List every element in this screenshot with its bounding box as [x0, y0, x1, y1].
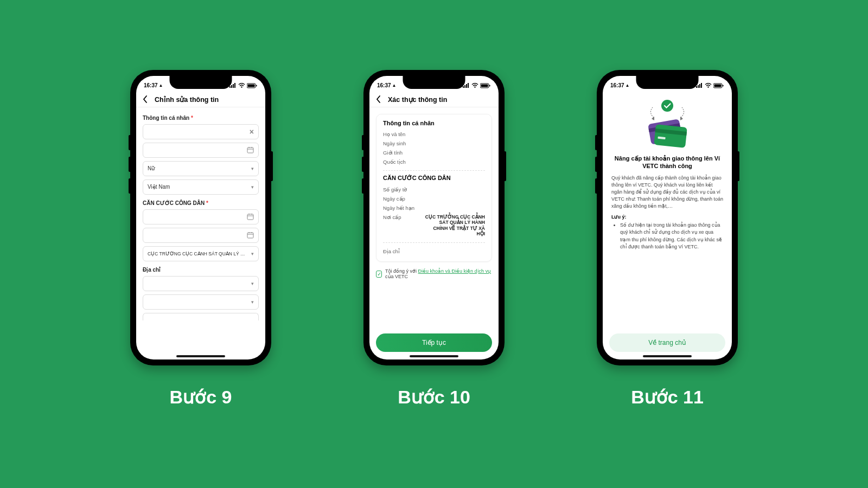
screen-edit-info: 16:37 ▲ Chỉnh sửa thông tin Thông tin cá… [136, 76, 265, 359]
terms-link[interactable]: Điều khoản và Điều kiện dịch vụ [418, 268, 492, 274]
section-personal: Thông tin cá nhân * [143, 115, 259, 121]
svg-rect-6 [248, 84, 255, 87]
svg-rect-41 [654, 124, 687, 148]
row-nat: Quốc tịch [383, 157, 485, 166]
row-name: Họ và tên [383, 130, 485, 139]
note-list: Số dư hiện tại trong tài khoản giao thôn… [611, 222, 723, 250]
chevron-down-icon: ▾ [251, 184, 254, 190]
status-time: 16:37 [610, 82, 624, 88]
address-select-1[interactable]: ▾ [143, 276, 259, 291]
home-indicator[interactable] [176, 355, 225, 357]
svg-rect-16 [247, 233, 253, 238]
divider [383, 242, 485, 243]
agree-post: của VETC [385, 274, 408, 279]
label-idno: Số giấy tờ [383, 187, 407, 192]
clear-icon[interactable]: × [250, 127, 254, 136]
id-issue-date-input[interactable] [143, 209, 259, 224]
value-place: CỤC TRƯỞNG CỤC CẢNH SÁT QUẢN LÝ HÀNH CHÍ… [424, 214, 485, 237]
chevron-down-icon: ▾ [251, 281, 254, 286]
continue-button[interactable]: Tiếp tục [376, 333, 492, 352]
home-indicator[interactable] [643, 355, 692, 357]
status-time: 16:37 [377, 82, 391, 88]
verify-content: Thông tin cá nhân Họ và tên Ngày sinh Gi… [369, 107, 499, 359]
screen-success: 16:37 ▲ [603, 76, 732, 359]
svg-rect-21 [464, 85, 465, 88]
success-body: Quý khách đã nâng cấp thành công tài kho… [611, 175, 723, 210]
agree-row: ✓ Tôi đồng ý với Điều khoản và Điều kiện… [376, 268, 492, 279]
label-nat: Quốc tịch [383, 159, 406, 165]
calendar-icon [247, 213, 254, 220]
row-dob: Ngày sinh [383, 139, 485, 148]
svg-point-4 [241, 86, 242, 87]
card-personal-heading: Thông tin cá nhân [383, 120, 485, 126]
svg-rect-3 [234, 83, 235, 88]
chevron-down-icon: ▾ [251, 251, 254, 256]
page-title: Chỉnh sửa thông tin [155, 95, 219, 104]
back-icon[interactable] [376, 95, 384, 103]
row-place: Nơi cấpCỤC TRƯỞNG CỤC CẢNH SÁT QUẢN LÝ H… [383, 213, 485, 239]
svg-rect-2 [233, 84, 234, 88]
svg-rect-20 [463, 86, 464, 88]
notch [636, 76, 699, 89]
section-id: CĂN CƯỚC CÔNG DÂN * [143, 200, 259, 206]
phone-step-9: 16:37 ▲ Chỉnh sửa thông tin Thông tin cá… [130, 70, 271, 365]
chevron-down-icon: ▾ [251, 166, 254, 171]
section-personal-label: Thông tin cá nhân [143, 115, 189, 121]
verify-card: Thông tin cá nhân Họ và tên Ngày sinh Gi… [376, 114, 492, 262]
label-gender: Giới tính [383, 150, 403, 156]
agree-checkbox[interactable]: ✓ [376, 271, 382, 278]
nav-header: Xác thực thông tin [369, 92, 499, 107]
gender-select[interactable]: Nữ ▾ [143, 161, 259, 176]
success-content: Nâng cấp tài khoản giao thông lên Ví VET… [603, 92, 732, 255]
svg-point-32 [707, 86, 709, 87]
address-select-3[interactable] [143, 313, 259, 320]
notch [403, 76, 465, 89]
row-idno: Số giấy tờ [383, 185, 485, 194]
row-gender: Giới tính [383, 148, 485, 157]
wifi-icon [705, 83, 712, 88]
svg-rect-0 [229, 86, 231, 88]
issuer-select[interactable]: CỤC TRƯỞNG CỤC CẢNH SÁT QUẢN LÝ HÀNH ▾ [143, 246, 259, 261]
back-icon[interactable] [143, 95, 150, 103]
user-icon: ▲ [626, 83, 630, 88]
svg-rect-34 [714, 84, 722, 87]
name-input[interactable]: × [143, 124, 259, 139]
wifi-icon [238, 83, 245, 88]
status-time: 16:37 [144, 82, 158, 88]
svg-rect-7 [256, 85, 257, 86]
section-address: Địa chỉ [143, 267, 259, 273]
home-indicator[interactable] [410, 355, 458, 357]
row-exp: Ngày hết hạn [383, 203, 485, 213]
dob-input[interactable] [143, 143, 259, 158]
user-icon: ▲ [159, 83, 163, 88]
success-title: Nâng cấp tài khoản giao thông lên Ví VET… [611, 155, 723, 171]
divider [383, 170, 485, 171]
svg-rect-29 [698, 85, 699, 88]
row-issue: Ngày cấp [383, 194, 485, 203]
step-label-9: Bước 9 [130, 386, 271, 408]
svg-point-24 [474, 86, 475, 87]
wifi-icon [471, 83, 478, 88]
required-mark: * [206, 200, 208, 206]
phone-step-10: 16:37 ▲ Xác thực thông tin Thông tin cá … [363, 70, 505, 365]
gender-value: Nữ [148, 165, 155, 171]
calendar-icon [247, 146, 254, 153]
page-title: Xác thực thông tin [388, 95, 447, 104]
step-label-11: Bước 11 [597, 386, 738, 408]
svg-rect-22 [466, 84, 467, 88]
section-id-label: CĂN CƯỚC CÔNG DÂN [143, 200, 205, 206]
nationality-select[interactable]: Việt Nam ▾ [143, 179, 259, 195]
row-addr: Địa chỉ [383, 247, 485, 256]
success-illustration [637, 99, 697, 150]
home-button[interactable]: Về trang chủ [609, 333, 725, 352]
address-select-2[interactable]: ▾ [143, 294, 259, 310]
svg-rect-8 [247, 147, 253, 153]
card-id-heading: CĂN CƯỚC CÔNG DÂN [383, 175, 485, 182]
svg-rect-1 [231, 85, 232, 88]
screen-verify-info: 16:37 ▲ Xác thực thông tin Thông tin cá … [369, 76, 499, 359]
phone-step-11: 16:37 ▲ [597, 70, 738, 365]
id-expiry-date-input[interactable] [143, 228, 259, 243]
step-labels: Bước 9 Bước 10 Bước 11 [130, 386, 738, 408]
label-dob: Ngày sinh [383, 140, 406, 146]
label-exp: Ngày hết hạn [383, 205, 414, 211]
